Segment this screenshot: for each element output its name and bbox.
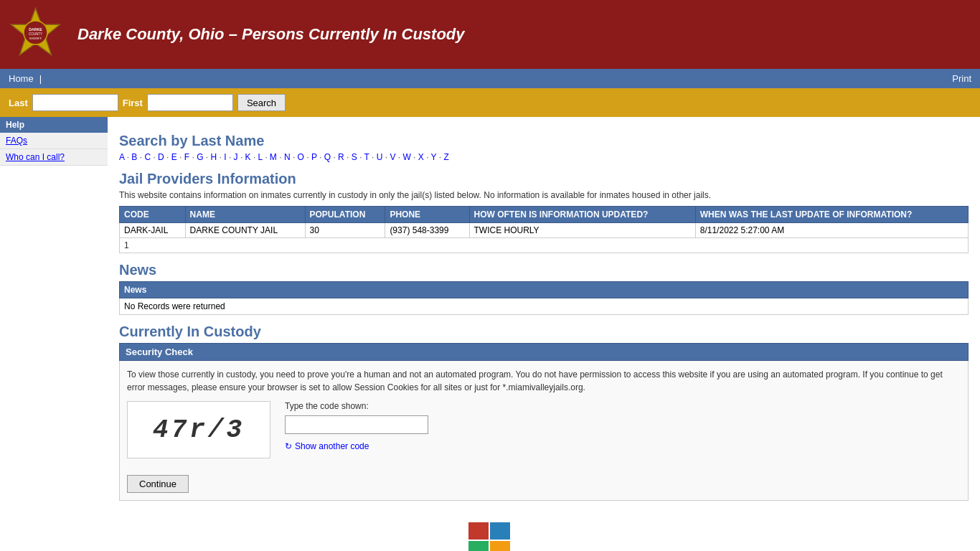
alpha-o[interactable]: O bbox=[298, 152, 304, 162]
searchbar: Last First Search bbox=[0, 88, 980, 117]
captcha-area: 47r/3 Type the code shown: ↻ Show anothe… bbox=[127, 401, 961, 458]
alpha-f[interactable]: F bbox=[184, 152, 189, 162]
jail-info-description: This website contains information on inm… bbox=[119, 190, 969, 200]
col-last-update: WHEN WAS THE LAST UPDATE OF INFORMATION? bbox=[695, 207, 968, 223]
cell-last-update: 8/11/2022 5:27:00 AM bbox=[695, 223, 968, 238]
col-population: POPULATION bbox=[305, 207, 385, 223]
last-label: Last bbox=[9, 98, 28, 108]
col-code: CODE bbox=[120, 207, 186, 223]
custody-title: Currently In Custody bbox=[119, 324, 969, 340]
alpha-g[interactable]: G bbox=[197, 152, 203, 162]
home-link[interactable]: Home bbox=[9, 73, 34, 84]
alpha-l[interactable]: L bbox=[258, 152, 263, 162]
search-button[interactable]: Search bbox=[237, 94, 286, 111]
sidebar: Help FAQs Who can I call? bbox=[0, 117, 108, 166]
svg-text:COUNTY: COUNTY bbox=[29, 32, 42, 36]
col-update-freq: HOW OFTEN IS INFORMATION UPDATED? bbox=[469, 207, 695, 223]
continue-button[interactable]: Continue bbox=[127, 475, 189, 493]
sheriff-badge-logo: DARKE COUNTY SHERIFF bbox=[9, 6, 66, 63]
refresh-icon: ↻ bbox=[285, 441, 292, 451]
alpha-n[interactable]: N bbox=[284, 152, 291, 162]
alpha-h[interactable]: H bbox=[211, 152, 217, 162]
alpha-x[interactable]: X bbox=[418, 152, 424, 162]
table-row: DARK-JAIL DARKE COUNTY JAIL 30 (937) 548… bbox=[120, 223, 969, 238]
news-table-body-row: No Records were returned bbox=[120, 298, 969, 315]
alpha-s[interactable]: S bbox=[352, 152, 357, 162]
svg-rect-6 bbox=[490, 522, 510, 540]
search-first-input[interactable] bbox=[147, 94, 233, 111]
sidebar-help-header: Help bbox=[0, 117, 108, 133]
search-section-title: Search by Last Name bbox=[119, 133, 969, 149]
news-table-header-row: News bbox=[120, 282, 969, 298]
svg-text:DARKE: DARKE bbox=[29, 27, 42, 32]
svg-rect-5 bbox=[468, 522, 489, 540]
news-section: News News No Records were returned bbox=[119, 262, 969, 315]
search-last-input[interactable] bbox=[32, 94, 118, 111]
col-name: NAME bbox=[185, 207, 305, 223]
page-title: Darke County, Ohio – Persons Currently I… bbox=[77, 25, 465, 44]
show-another-code-link[interactable]: ↻ Show another code bbox=[285, 441, 428, 451]
alpha-q[interactable]: Q bbox=[324, 152, 331, 162]
alpha-b[interactable]: B bbox=[131, 152, 137, 162]
print-link[interactable]: Print bbox=[952, 73, 971, 84]
first-label: First bbox=[123, 98, 143, 108]
alpha-i[interactable]: I bbox=[224, 152, 226, 162]
news-no-records: No Records were returned bbox=[120, 298, 969, 315]
main-content: Search by Last Name A · B · C · D · E · … bbox=[108, 117, 980, 508]
alpha-y[interactable]: Y bbox=[431, 152, 437, 162]
alpha-v[interactable]: V bbox=[390, 152, 395, 162]
cell-code: DARK-JAIL bbox=[120, 223, 186, 238]
security-check-text: To view those currently in custody, you … bbox=[127, 368, 961, 394]
sidebar-item-who-can-i-call[interactable]: Who can I call? bbox=[0, 149, 108, 166]
nav-separator: | bbox=[39, 73, 42, 84]
col-phone: PHONE bbox=[385, 207, 469, 223]
alpha-u[interactable]: U bbox=[377, 152, 383, 162]
alpha-k[interactable]: K bbox=[245, 152, 251, 162]
captcha-right: Type the code shown: ↻ Show another code bbox=[285, 401, 428, 451]
alpha-z[interactable]: Z bbox=[443, 152, 448, 162]
svg-rect-7 bbox=[468, 541, 489, 551]
svg-rect-8 bbox=[490, 541, 510, 551]
custody-section: Currently In Custody Security Check To v… bbox=[119, 324, 969, 501]
security-check-body: To view those currently in custody, you … bbox=[119, 361, 969, 501]
footer: MONTGOMERY ©2001- 2022 Board of County C… bbox=[0, 508, 980, 551]
alpha-d[interactable]: D bbox=[158, 152, 164, 162]
alpha-j[interactable]: J bbox=[234, 152, 238, 162]
news-table: News No Records were returned bbox=[119, 281, 969, 315]
table-row-count: 1 bbox=[120, 238, 969, 253]
cell-name: DARKE COUNTY JAIL bbox=[185, 223, 305, 238]
svg-text:SHERIFF: SHERIFF bbox=[29, 37, 42, 40]
alpha-p[interactable]: P bbox=[311, 152, 317, 162]
jail-info-title: Jail Providers Information bbox=[119, 171, 969, 187]
layout: Help FAQs Who can I call? Search by Last… bbox=[0, 117, 980, 508]
jail-info-table: CODE NAME POPULATION PHONE HOW OFTEN IS … bbox=[119, 206, 969, 253]
alpha-t[interactable]: T bbox=[364, 152, 369, 162]
sidebar-item-faqs[interactable]: FAQs bbox=[0, 133, 108, 149]
alpha-w[interactable]: W bbox=[402, 152, 410, 162]
alpha-e[interactable]: E bbox=[171, 152, 177, 162]
show-another-label: Show another code bbox=[295, 441, 369, 451]
search-section: Search by Last Name A · B · C · D · E · … bbox=[119, 133, 969, 162]
alphabet-bar: A · B · C · D · E · F · G · H · I · J · … bbox=[119, 152, 969, 162]
captcha-input[interactable] bbox=[285, 415, 428, 434]
alpha-m[interactable]: M bbox=[270, 152, 277, 162]
security-check-header: Security Check bbox=[119, 343, 969, 361]
captcha-image: 47r/3 bbox=[127, 401, 270, 458]
jail-info-section: Jail Providers Information This website … bbox=[119, 171, 969, 253]
alpha-a[interactable]: A bbox=[119, 152, 124, 162]
header: DARKE COUNTY SHERIFF Darke County, Ohio … bbox=[0, 0, 980, 69]
nav-left: Home | bbox=[9, 73, 42, 84]
navbar: Home | Print bbox=[0, 69, 980, 88]
cell-phone: (937) 548-3399 bbox=[385, 223, 469, 238]
row-count-value: 1 bbox=[120, 238, 969, 253]
cell-population: 30 bbox=[305, 223, 385, 238]
news-title: News bbox=[119, 262, 969, 278]
alpha-r[interactable]: R bbox=[338, 152, 344, 162]
montgomery-county-logo: MONTGOMERY bbox=[468, 522, 512, 551]
footer-logo-area: MONTGOMERY ©2001- 2022 Board of County C… bbox=[14, 522, 966, 551]
news-header-cell: News bbox=[120, 282, 969, 298]
cell-update-freq: TWICE HOURLY bbox=[469, 223, 695, 238]
captcha-label: Type the code shown: bbox=[285, 401, 428, 411]
alpha-c[interactable]: C bbox=[144, 152, 151, 162]
